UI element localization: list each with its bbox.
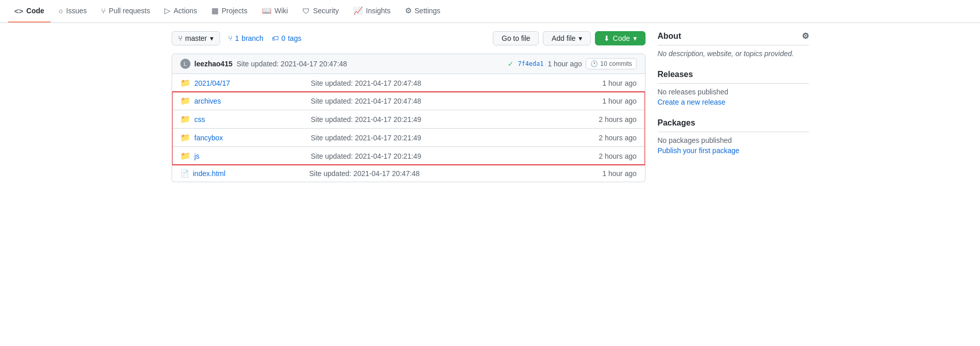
actions-icon: ▷ (164, 6, 171, 15)
gear-icon[interactable]: ⚙ (802, 31, 809, 41)
about-section: About ⚙ No description, website, or topi… (658, 31, 809, 58)
goto-file-button[interactable]: Go to file (493, 31, 539, 45)
folder-icon: 📁 (180, 151, 190, 161)
file-commit-message: Site updated: 2021-04-17 20:47:48 (311, 79, 571, 87)
commits-history-button[interactable]: 🕐 10 commits (586, 58, 636, 69)
file-icon: 📄 (180, 169, 189, 178)
history-icon: 🕐 (590, 60, 598, 67)
table-row: 📁 css Site updated: 2021-04-17 20:21:49 … (172, 110, 645, 128)
file-name-link[interactable]: js (195, 152, 307, 160)
repo-content: ⑂ master ▾ ⑂ 1 branch 🏷 0 tags Go to fil (172, 31, 646, 182)
packages-title: Packages (658, 118, 809, 132)
tab-settings[interactable]: ⚙ Settings (399, 0, 447, 22)
publish-package-link[interactable]: Publish your first package (658, 146, 739, 155)
table-row: 📁 js Site updated: 2021-04-17 20:21:49 2… (172, 146, 645, 165)
commit-bar: L leezhao415 Site updated: 2021-04-17 20… (172, 54, 646, 74)
tab-issues[interactable]: ○ Issues (53, 1, 93, 22)
create-release-link[interactable]: Create a new release (658, 98, 726, 106)
security-icon: 🛡 (302, 7, 310, 15)
chevron-down-icon: ▾ (579, 34, 582, 42)
tags-link[interactable]: 🏷 0 tags (272, 34, 301, 42)
tab-security[interactable]: 🛡 Security (296, 1, 345, 22)
commit-message: Site updated: 2021-04-17 20:47:48 (236, 60, 504, 68)
tab-code[interactable]: <> Code (8, 1, 51, 22)
table-row: 📁 2021/04/17 Site updated: 2021-04-17 20… (172, 74, 645, 92)
branch-meta: ⑂ 1 branch 🏷 0 tags (228, 34, 301, 42)
toolbar-right: Go to file Add file ▾ ⬇ Code ▾ (493, 31, 645, 45)
file-commit-message: Site updated: 2021-04-17 20:21:49 (311, 152, 571, 160)
nav-tabs: <> Code ○ Issues ⑂ Pull requests ▷ Actio… (0, 0, 980, 23)
file-time: 2 hours ago (576, 152, 637, 160)
download-icon: ⬇ (604, 34, 610, 42)
file-commit-message: Site updated: 2021-04-17 20:21:49 (311, 134, 571, 142)
file-commit-message: Site updated: 2021-04-17 20:21:49 (311, 115, 571, 123)
chevron-down-icon: ▾ (210, 34, 213, 42)
releases-title: Releases (658, 70, 809, 84)
releases-section: Releases No releases published Create a … (658, 70, 809, 106)
sidebar: About ⚙ No description, website, or topi… (658, 31, 809, 182)
branch-count-icon: ⑂ (228, 34, 232, 42)
chevron-down-icon: ▾ (633, 34, 637, 42)
table-row: 📁 fancybox Site updated: 2021-04-17 20:2… (172, 128, 645, 146)
table-row: 📁 archives Site updated: 2021-04-17 20:4… (172, 92, 645, 110)
folder-icon: 📁 (180, 78, 190, 88)
branch-icon: ⑂ (178, 34, 182, 42)
commit-author[interactable]: leezhao415 (195, 60, 233, 68)
main-container: ⑂ master ▾ ⑂ 1 branch 🏷 0 tags Go to fil (163, 23, 817, 190)
commit-sha[interactable]: 7f4eda1 (518, 60, 544, 67)
settings-icon: ⚙ (405, 6, 412, 15)
branches-link[interactable]: ⑂ 1 branch (228, 34, 264, 42)
folder-icon: 📁 (180, 133, 190, 142)
file-commit-message: Site updated: 2021-04-17 20:47:48 (309, 169, 571, 178)
folder-icon: 📁 (180, 114, 190, 124)
file-time: 1 hour ago (576, 79, 637, 87)
file-table: 📁 2021/04/17 Site updated: 2021-04-17 20… (172, 74, 646, 182)
check-icon: ✓ (508, 60, 514, 68)
tab-projects[interactable]: ▦ Projects (205, 0, 254, 22)
code-icon: <> (14, 7, 23, 15)
toolbar: ⑂ master ▾ ⑂ 1 branch 🏷 0 tags Go to fil (172, 31, 646, 45)
file-time: 2 hours ago (576, 115, 637, 123)
file-name-link[interactable]: archives (195, 97, 307, 105)
file-time: 2 hours ago (576, 134, 637, 142)
insights-icon: 📈 (353, 6, 363, 15)
file-time: 1 hour ago (576, 169, 637, 178)
packages-empty-text: No packages published (658, 136, 809, 144)
tab-pull-requests[interactable]: ⑂ Pull requests (95, 1, 156, 22)
file-time: 1 hour ago (576, 97, 637, 105)
table-row: 📄 index.html Site updated: 2021-04-17 20… (172, 165, 645, 182)
file-name-link[interactable]: 2021/04/17 (195, 79, 307, 87)
about-title: About ⚙ (658, 31, 809, 45)
tag-icon: 🏷 (272, 34, 279, 42)
pull-requests-icon: ⑂ (101, 7, 106, 15)
file-name-link[interactable]: fancybox (195, 134, 307, 142)
tab-wiki[interactable]: 📖 Wiki (256, 0, 294, 22)
branch-selector[interactable]: ⑂ master ▾ (172, 31, 221, 45)
code-button[interactable]: ⬇ Code ▾ (595, 31, 645, 45)
file-name-link[interactable]: css (195, 115, 307, 123)
selected-group: 📁 archives Site updated: 2021-04-17 20:4… (172, 92, 645, 165)
commit-time: 1 hour ago (548, 60, 582, 68)
issues-icon: ○ (59, 7, 63, 15)
tab-insights[interactable]: 📈 Insights (347, 0, 397, 22)
projects-icon: ▦ (211, 6, 219, 15)
wiki-icon: 📖 (262, 6, 272, 15)
avatar: L (180, 59, 190, 69)
about-description: No description, website, or topics provi… (658, 50, 809, 58)
tab-actions[interactable]: ▷ Actions (158, 0, 203, 22)
add-file-button[interactable]: Add file ▾ (543, 31, 591, 45)
packages-section: Packages No packages published Publish y… (658, 118, 809, 155)
releases-empty-text: No releases published (658, 88, 809, 96)
file-name-link[interactable]: index.html (193, 169, 305, 178)
file-commit-message: Site updated: 2021-04-17 20:47:48 (311, 97, 571, 105)
folder-icon: 📁 (180, 96, 190, 106)
